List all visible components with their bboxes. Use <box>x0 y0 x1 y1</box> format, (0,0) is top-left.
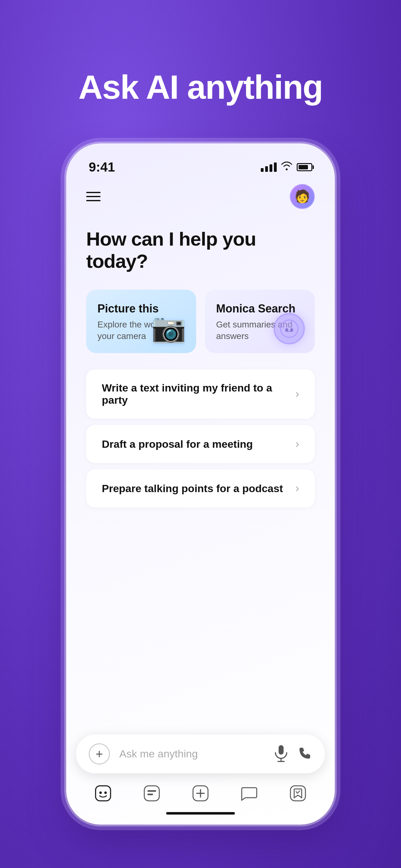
phone-frame: 9:41 <box>66 144 335 825</box>
add-attachment-button[interactable]: + <box>89 743 110 765</box>
microphone-button[interactable] <box>274 745 288 763</box>
status-time: 9:41 <box>89 160 115 175</box>
svg-rect-10 <box>147 790 156 792</box>
svg-rect-6 <box>96 786 110 801</box>
suggestion-list: Write a text inviting my friend to a par… <box>86 369 315 507</box>
svg-point-7 <box>99 792 102 794</box>
nav-bar: 🧑 <box>66 181 335 215</box>
bottom-nav <box>66 773 335 808</box>
svg-point-0 <box>280 320 298 337</box>
suggestion-text-2: Draft a proposal for a meeting <box>102 438 253 450</box>
plus-icon: + <box>96 748 103 760</box>
camera-icon: 📷 <box>151 312 186 344</box>
status-icons <box>261 161 312 173</box>
svg-rect-9 <box>144 786 159 801</box>
suggestion-item-3[interactable]: Prepare talking points for a podcast › <box>86 469 315 507</box>
nav-item-create[interactable] <box>192 784 209 802</box>
main-content: How can I help you today? Picture this E… <box>66 215 335 735</box>
monica-search-card[interactable]: Monica Search Get summaries and answers <box>205 290 315 353</box>
svg-rect-15 <box>291 786 305 801</box>
svg-point-8 <box>104 792 107 794</box>
home-nav-icon <box>94 784 112 802</box>
messages-nav-icon <box>240 784 258 802</box>
input-placeholder: Ask me anything <box>119 748 198 760</box>
greeting-text: How can I help you today? <box>86 228 315 273</box>
bottom-area: + Ask me anything <box>66 735 335 825</box>
suggestion-text-3: Prepare talking points for a podcast <box>102 483 283 495</box>
suggestion-item-2[interactable]: Draft a proposal for a meeting › <box>86 425 315 463</box>
picture-this-card[interactable]: Picture this Explore the world with your… <box>86 290 196 353</box>
nav-item-saved[interactable] <box>289 784 307 802</box>
nav-item-home[interactable] <box>94 784 112 802</box>
saved-nav-icon <box>289 784 307 802</box>
input-container: + Ask me anything <box>76 735 325 773</box>
chevron-icon-1: › <box>295 388 299 401</box>
nav-item-messages[interactable] <box>240 784 258 802</box>
svg-rect-3 <box>278 745 283 754</box>
wifi-icon <box>281 161 292 173</box>
suggestion-item-1[interactable]: Write a text inviting my friend to a par… <box>86 369 315 419</box>
status-bar: 9:41 <box>66 144 335 181</box>
chevron-icon-3: › <box>295 482 299 495</box>
phone-icon <box>297 746 312 761</box>
signal-icon <box>261 162 277 172</box>
menu-button[interactable] <box>86 192 101 201</box>
phone-button[interactable] <box>297 746 312 762</box>
battery-icon <box>297 163 312 171</box>
microphone-icon <box>274 745 288 762</box>
avatar[interactable]: 🧑 <box>290 184 315 209</box>
create-nav-icon <box>192 784 209 802</box>
suggestion-text-1: Write a text inviting my friend to a par… <box>102 382 295 406</box>
nav-item-chat[interactable] <box>143 784 161 802</box>
svg-rect-11 <box>147 794 153 795</box>
page-title: Ask AI anything <box>60 69 341 106</box>
text-input-wrapper[interactable]: Ask me anything <box>119 748 265 760</box>
chevron-icon-2: › <box>295 437 299 451</box>
monica-orb-icon <box>274 313 305 344</box>
feature-cards: Picture this Explore the world with your… <box>86 290 315 353</box>
chat-nav-icon <box>143 784 161 802</box>
home-indicator <box>166 812 235 814</box>
